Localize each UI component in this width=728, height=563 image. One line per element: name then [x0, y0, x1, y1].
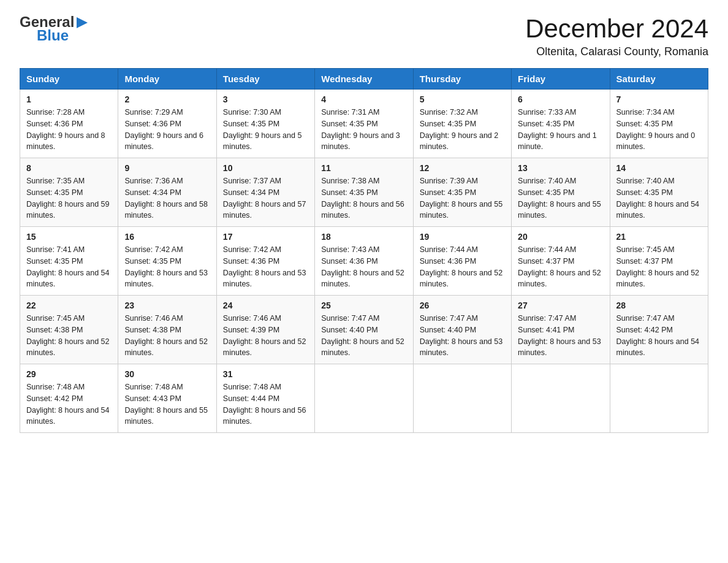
logo-arrow-icon	[75, 16, 89, 29]
table-row: 6Sunrise: 7:33 AMSunset: 4:35 PMDaylight…	[512, 90, 610, 158]
day-info: Sunrise: 7:39 AMSunset: 4:35 PMDaylight:…	[420, 175, 505, 221]
table-row: 17Sunrise: 7:42 AMSunset: 4:36 PMDayligh…	[216, 227, 314, 296]
logo-blue-text: Blue	[37, 27, 69, 44]
table-row: 5Sunrise: 7:32 AMSunset: 4:35 PMDaylight…	[413, 90, 511, 158]
day-info: Sunrise: 7:42 AMSunset: 4:36 PMDaylight:…	[223, 244, 308, 290]
day-info: Sunrise: 7:48 AMSunset: 4:43 PMDaylight:…	[124, 381, 210, 427]
day-number: 17	[223, 232, 308, 242]
day-info: Sunrise: 7:42 AMSunset: 4:35 PMDaylight:…	[124, 244, 210, 290]
table-row: 4Sunrise: 7:31 AMSunset: 4:35 PMDaylight…	[315, 90, 413, 158]
day-info: Sunrise: 7:31 AMSunset: 4:35 PMDaylight:…	[321, 107, 406, 153]
col-saturday: Saturday	[610, 69, 708, 90]
table-row: 3Sunrise: 7:30 AMSunset: 4:35 PMDaylight…	[216, 90, 314, 158]
table-row: 20Sunrise: 7:44 AMSunset: 4:37 PMDayligh…	[512, 227, 610, 296]
day-info: Sunrise: 7:28 AMSunset: 4:36 PMDaylight:…	[26, 107, 112, 153]
day-number: 29	[26, 369, 112, 379]
table-row	[512, 364, 610, 433]
day-number: 12	[420, 163, 505, 173]
col-sunday: Sunday	[20, 69, 118, 90]
calendar-week-1: 1Sunrise: 7:28 AMSunset: 4:36 PMDaylight…	[20, 90, 708, 158]
day-number: 27	[518, 301, 603, 310]
day-number: 16	[124, 232, 210, 242]
location-text: Oltenita, Calarasi County, Romania	[525, 45, 708, 58]
day-info: Sunrise: 7:44 AMSunset: 4:37 PMDaylight:…	[518, 244, 603, 290]
day-number: 18	[321, 232, 406, 242]
table-row	[315, 364, 413, 433]
table-row: 9Sunrise: 7:36 AMSunset: 4:34 PMDaylight…	[118, 158, 216, 227]
day-number: 22	[26, 301, 112, 310]
table-row: 30Sunrise: 7:48 AMSunset: 4:43 PMDayligh…	[118, 364, 216, 433]
day-info: Sunrise: 7:36 AMSunset: 4:34 PMDaylight:…	[124, 175, 210, 221]
col-thursday: Thursday	[413, 69, 511, 90]
logo: General Blue	[20, 15, 89, 44]
calendar-week-3: 15Sunrise: 7:41 AMSunset: 4:35 PMDayligh…	[20, 227, 708, 296]
table-row: 25Sunrise: 7:47 AMSunset: 4:40 PMDayligh…	[315, 296, 413, 364]
table-row: 16Sunrise: 7:42 AMSunset: 4:35 PMDayligh…	[118, 227, 216, 296]
calendar-week-4: 22Sunrise: 7:45 AMSunset: 4:38 PMDayligh…	[20, 296, 708, 364]
day-number: 4	[321, 94, 406, 104]
col-monday: Monday	[118, 69, 216, 90]
day-info: Sunrise: 7:47 AMSunset: 4:42 PMDaylight:…	[616, 313, 702, 359]
table-row: 22Sunrise: 7:45 AMSunset: 4:38 PMDayligh…	[20, 296, 118, 364]
col-friday: Friday	[512, 69, 610, 90]
day-number: 11	[321, 163, 406, 173]
day-number: 3	[223, 94, 308, 104]
day-info: Sunrise: 7:40 AMSunset: 4:35 PMDaylight:…	[518, 175, 603, 221]
table-row: 23Sunrise: 7:46 AMSunset: 4:38 PMDayligh…	[118, 296, 216, 364]
day-info: Sunrise: 7:43 AMSunset: 4:36 PMDaylight:…	[321, 244, 406, 290]
table-row: 12Sunrise: 7:39 AMSunset: 4:35 PMDayligh…	[413, 158, 511, 227]
day-number: 23	[124, 301, 210, 310]
day-info: Sunrise: 7:46 AMSunset: 4:39 PMDaylight:…	[223, 313, 308, 359]
day-number: 6	[518, 94, 603, 104]
day-info: Sunrise: 7:44 AMSunset: 4:36 PMDaylight:…	[420, 244, 505, 290]
col-wednesday: Wednesday	[315, 69, 413, 90]
day-info: Sunrise: 7:48 AMSunset: 4:42 PMDaylight:…	[26, 381, 112, 427]
day-info: Sunrise: 7:47 AMSunset: 4:40 PMDaylight:…	[420, 313, 505, 359]
calendar-week-2: 8Sunrise: 7:35 AMSunset: 4:35 PMDaylight…	[20, 158, 708, 227]
table-row: 1Sunrise: 7:28 AMSunset: 4:36 PMDaylight…	[20, 90, 118, 158]
calendar-header-row: Sunday Monday Tuesday Wednesday Thursday…	[20, 69, 708, 90]
day-number: 31	[223, 369, 308, 379]
day-number: 10	[223, 163, 308, 173]
table-row: 13Sunrise: 7:40 AMSunset: 4:35 PMDayligh…	[512, 158, 610, 227]
day-number: 9	[124, 163, 210, 173]
table-row	[610, 364, 708, 433]
table-row: 27Sunrise: 7:47 AMSunset: 4:41 PMDayligh…	[512, 296, 610, 364]
table-row: 19Sunrise: 7:44 AMSunset: 4:36 PMDayligh…	[413, 227, 511, 296]
table-row: 18Sunrise: 7:43 AMSunset: 4:36 PMDayligh…	[315, 227, 413, 296]
day-number: 8	[26, 163, 112, 173]
day-info: Sunrise: 7:45 AMSunset: 4:37 PMDaylight:…	[616, 244, 702, 290]
table-row: 7Sunrise: 7:34 AMSunset: 4:35 PMDaylight…	[610, 90, 708, 158]
table-row: 24Sunrise: 7:46 AMSunset: 4:39 PMDayligh…	[216, 296, 314, 364]
day-info: Sunrise: 7:45 AMSunset: 4:38 PMDaylight:…	[26, 313, 112, 359]
svg-marker-0	[77, 17, 88, 28]
table-row	[413, 364, 511, 433]
day-number: 1	[26, 94, 112, 104]
table-row: 10Sunrise: 7:37 AMSunset: 4:34 PMDayligh…	[216, 158, 314, 227]
day-info: Sunrise: 7:30 AMSunset: 4:35 PMDaylight:…	[223, 107, 308, 153]
day-number: 14	[616, 163, 702, 173]
day-info: Sunrise: 7:29 AMSunset: 4:36 PMDaylight:…	[124, 107, 210, 153]
table-row: 31Sunrise: 7:48 AMSunset: 4:44 PMDayligh…	[216, 364, 314, 433]
col-tuesday: Tuesday	[216, 69, 314, 90]
day-info: Sunrise: 7:40 AMSunset: 4:35 PMDaylight:…	[616, 175, 702, 221]
day-info: Sunrise: 7:37 AMSunset: 4:34 PMDaylight:…	[223, 175, 308, 221]
day-number: 25	[321, 301, 406, 310]
day-info: Sunrise: 7:34 AMSunset: 4:35 PMDaylight:…	[616, 107, 702, 153]
day-info: Sunrise: 7:46 AMSunset: 4:38 PMDaylight:…	[124, 313, 210, 359]
day-number: 19	[420, 232, 505, 242]
day-number: 21	[616, 232, 702, 242]
day-number: 2	[124, 94, 210, 104]
day-info: Sunrise: 7:47 AMSunset: 4:41 PMDaylight:…	[518, 313, 603, 359]
table-row: 28Sunrise: 7:47 AMSunset: 4:42 PMDayligh…	[610, 296, 708, 364]
day-number: 13	[518, 163, 603, 173]
day-info: Sunrise: 7:35 AMSunset: 4:35 PMDaylight:…	[26, 175, 112, 221]
table-row: 15Sunrise: 7:41 AMSunset: 4:35 PMDayligh…	[20, 227, 118, 296]
day-info: Sunrise: 7:32 AMSunset: 4:35 PMDaylight:…	[420, 107, 505, 153]
table-row: 21Sunrise: 7:45 AMSunset: 4:37 PMDayligh…	[610, 227, 708, 296]
table-row: 14Sunrise: 7:40 AMSunset: 4:35 PMDayligh…	[610, 158, 708, 227]
day-info: Sunrise: 7:38 AMSunset: 4:35 PMDaylight:…	[321, 175, 406, 221]
day-number: 28	[616, 301, 702, 310]
day-number: 7	[616, 94, 702, 104]
calendar-week-5: 29Sunrise: 7:48 AMSunset: 4:42 PMDayligh…	[20, 364, 708, 433]
